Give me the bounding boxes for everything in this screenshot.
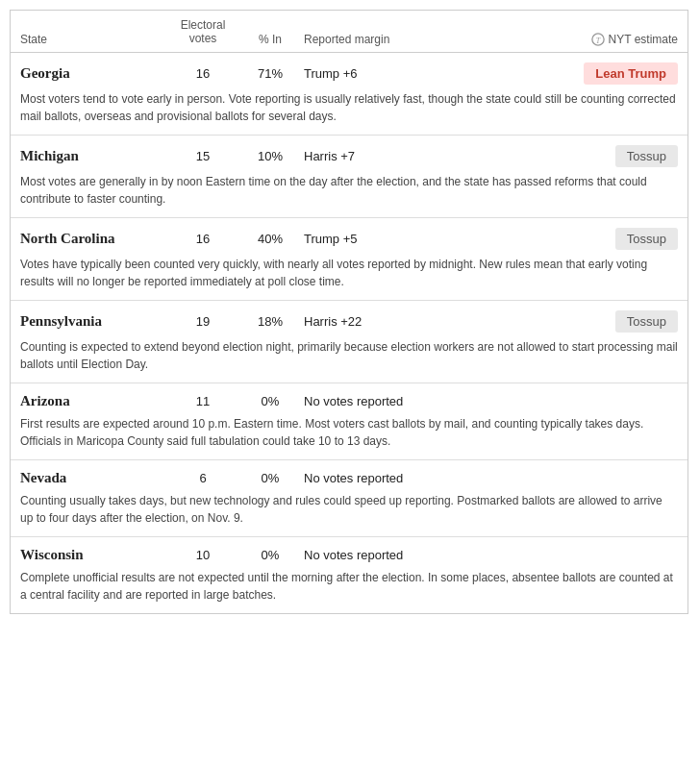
state-electoral: 16: [169, 66, 237, 81]
state-top-row: Nevada 6 0% No votes reported: [20, 470, 678, 486]
state-note: Counting usually takes days, but new tec…: [20, 492, 678, 527]
state-top-row: Wisconsin 10 0% No votes reported: [20, 547, 678, 563]
state-electoral: 6: [169, 471, 237, 485]
state-rows: Georgia 16 71% Trump +6 Lean Trump Most …: [11, 53, 688, 613]
state-name: Georgia: [20, 65, 169, 82]
state-estimate: Lean Trump: [496, 62, 678, 85]
table-header: State Electoral votes % In Reported marg…: [11, 11, 688, 53]
col-margin-header: Reported margin: [304, 33, 496, 46]
state-electoral: 15: [169, 149, 237, 163]
state-estimate: Tossup: [496, 145, 678, 167]
state-pct: 10%: [237, 149, 304, 163]
state-name: Arizona: [20, 393, 169, 409]
state-estimate: Tossup: [496, 228, 678, 250]
state-margin: No votes reported: [304, 394, 496, 408]
estimate-badge: Tossup: [615, 228, 678, 250]
state-pct: 71%: [237, 66, 304, 81]
state-note: Complete unofficial results are not expe…: [20, 569, 678, 604]
state-margin: Harris +7: [304, 149, 496, 163]
state-pct: 0%: [237, 548, 304, 562]
state-pct: 0%: [237, 471, 304, 485]
state-pct: 40%: [237, 232, 304, 246]
state-row: Nevada 6 0% No votes reported Counting u…: [11, 460, 688, 537]
state-note: First results are expected around 10 p.m…: [20, 415, 678, 450]
col-electoral-header: Electoral votes: [169, 18, 237, 46]
state-margin: Harris +22: [304, 314, 496, 329]
state-row: North Carolina 16 40% Trump +5 Tossup Vo…: [11, 218, 688, 301]
state-pct: 18%: [237, 314, 304, 329]
results-table: State Electoral votes % In Reported marg…: [10, 10, 688, 614]
state-name: Pennsylvania: [20, 313, 169, 330]
state-margin: No votes reported: [304, 548, 496, 562]
state-name: North Carolina: [20, 231, 169, 247]
state-note: Counting is expected to extend beyond el…: [20, 338, 678, 373]
state-note: Most votes are generally in by noon East…: [20, 173, 678, 208]
estimate-badge: Tossup: [615, 310, 678, 333]
state-row: Michigan 15 10% Harris +7 Tossup Most vo…: [11, 136, 688, 218]
estimate-badge: Lean Trump: [584, 62, 678, 85]
state-name: Nevada: [20, 470, 169, 486]
state-electoral: 10: [169, 548, 237, 562]
nyt-icon: T: [591, 33, 605, 46]
state-row: Pennsylvania 19 18% Harris +22 Tossup Co…: [11, 301, 688, 383]
state-pct: 0%: [237, 394, 304, 408]
state-electoral: 16: [169, 232, 237, 246]
col-pct-header: % In: [237, 33, 304, 46]
col-estimate-header: T NYT estimate: [496, 33, 678, 46]
state-top-row: North Carolina 16 40% Trump +5 Tossup: [20, 228, 678, 250]
state-top-row: Pennsylvania 19 18% Harris +22 Tossup: [20, 310, 678, 333]
state-margin: Trump +6: [304, 66, 496, 81]
state-margin: No votes reported: [304, 471, 496, 485]
state-electoral: 11: [169, 394, 237, 408]
svg-text:T: T: [595, 36, 600, 44]
estimate-badge: Tossup: [615, 145, 678, 167]
state-name: Wisconsin: [20, 547, 169, 563]
state-note: Most voters tend to vote early in person…: [20, 90, 678, 125]
state-margin: Trump +5: [304, 232, 496, 246]
state-note: Votes have typically been counted very q…: [20, 256, 678, 290]
state-row: Arizona 11 0% No votes reported First re…: [11, 383, 688, 460]
state-name: Michigan: [20, 148, 169, 164]
state-top-row: Arizona 11 0% No votes reported: [20, 393, 678, 409]
state-estimate: Tossup: [496, 310, 678, 333]
state-row: Wisconsin 10 0% No votes reported Comple…: [11, 537, 688, 613]
state-row: Georgia 16 71% Trump +6 Lean Trump Most …: [11, 53, 688, 136]
state-top-row: Michigan 15 10% Harris +7 Tossup: [20, 145, 678, 167]
col-state-header: State: [20, 33, 169, 46]
state-top-row: Georgia 16 71% Trump +6 Lean Trump: [20, 62, 678, 85]
state-electoral: 19: [169, 314, 237, 329]
